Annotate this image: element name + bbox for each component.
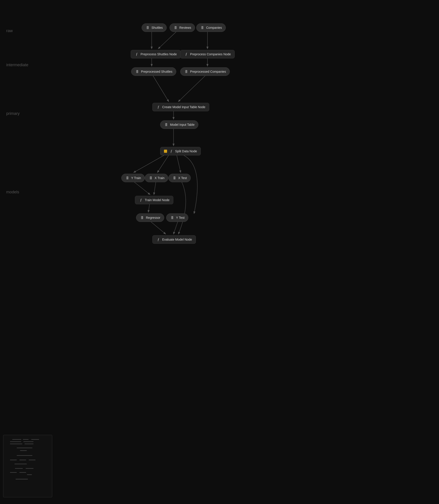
- func-icon: ƒ: [184, 52, 188, 56]
- database-icon: 🗄: [170, 216, 174, 220]
- database-icon: 🗄: [148, 176, 153, 180]
- x-test-node[interactable]: 🗄 X Test: [168, 174, 191, 182]
- preprocess-companies-node[interactable]: ƒ Preprocess Companies Node: [180, 50, 235, 59]
- database-icon: 🗄: [164, 122, 168, 127]
- database-icon: 🗄: [173, 25, 178, 30]
- create-model-input-node[interactable]: ƒ Create Model Input Table Node: [152, 103, 209, 111]
- func-icon: ƒ: [139, 198, 143, 202]
- shuttles-node[interactable]: 🗄 Shuttles: [142, 24, 167, 32]
- database-icon: 🗄: [125, 176, 130, 180]
- database-icon: 🗄: [146, 25, 150, 30]
- train-model-node[interactable]: ƒ Train Model Node: [135, 196, 173, 204]
- regressor-node[interactable]: 🗄 Regressor: [136, 213, 164, 222]
- evaluate-model-node[interactable]: ƒ Evaluate Model Node: [152, 235, 196, 244]
- model-input-table-node[interactable]: 🗄 Model Input Table: [160, 120, 198, 129]
- database-icon: 🗄: [140, 216, 144, 220]
- database-icon: 🗄: [184, 69, 188, 74]
- layer-raw-label: raw: [6, 29, 13, 33]
- preprocess-shuttles-node[interactable]: ƒ Preprocess Shuttles Node: [131, 50, 181, 59]
- layer-intermediate-label: intermediate: [6, 63, 28, 67]
- func-icon: ƒ: [134, 52, 139, 56]
- svg-line-1: [159, 30, 178, 49]
- svg-line-10: [158, 153, 170, 172]
- preprocessed-shuttles-node[interactable]: 🗄 Preprocessed Shuttles: [131, 67, 176, 76]
- mini-map-inner: [3, 435, 52, 497]
- svg-line-6: [178, 74, 207, 101]
- func-icon: ƒ: [156, 105, 161, 109]
- svg-line-11: [176, 153, 181, 172]
- layer-primary-label: primary: [6, 111, 20, 116]
- database-icon: 🗄: [135, 69, 139, 74]
- database-icon: 🗄: [200, 25, 205, 30]
- database-icon: 🗄: [172, 176, 177, 180]
- func-icon: ƒ: [156, 237, 161, 242]
- x-train-node[interactable]: 🗄 X Train: [145, 174, 168, 182]
- y-test-node[interactable]: 🗄 Y Test: [166, 213, 188, 222]
- warning-indicator: [164, 150, 167, 153]
- y-train-node[interactable]: 🗄 Y Train: [121, 174, 145, 182]
- mini-map[interactable]: [3, 435, 52, 497]
- func-icon: ƒ: [169, 149, 173, 154]
- reviews-node[interactable]: 🗄 Reviews: [170, 24, 195, 32]
- companies-node[interactable]: 🗄 Companies: [196, 24, 226, 32]
- svg-line-5: [152, 74, 169, 101]
- layer-models-label: models: [6, 190, 19, 194]
- preprocessed-companies-node[interactable]: 🗄 Preprocessed Companies: [180, 67, 230, 76]
- split-data-node[interactable]: ƒ Split Data Node: [160, 147, 201, 156]
- svg-line-9: [134, 153, 168, 172]
